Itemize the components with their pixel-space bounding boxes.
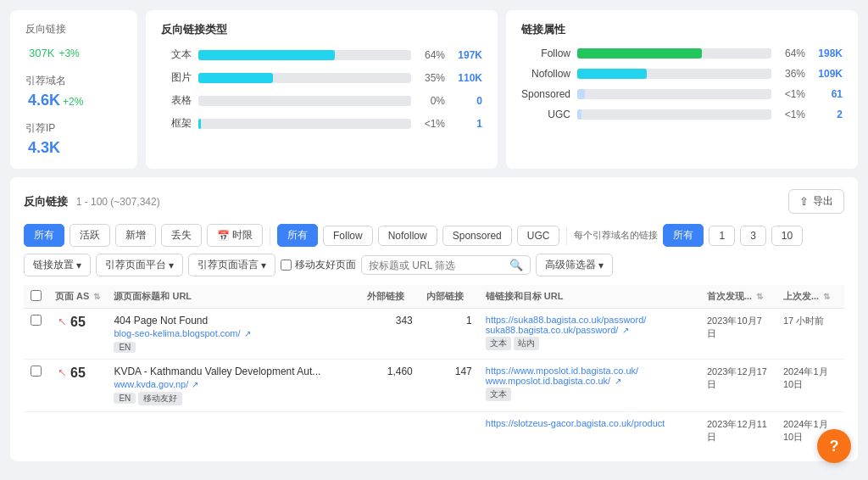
chart-bar-container: [198, 73, 411, 83]
link-attr-row: Nofollow 36% 109K: [521, 68, 843, 80]
per-domain-10[interactable]: 10: [771, 226, 803, 246]
row-first-seen: 2023年12月17日: [700, 360, 776, 412]
chart-pct: 36%: [778, 68, 805, 80]
export-icon: ⇧: [799, 195, 809, 208]
tab-all-2[interactable]: 所有: [277, 224, 318, 247]
tab-time[interactable]: 📅 时限: [207, 224, 263, 247]
link-place-dropdown[interactable]: 链接放置 ▾: [24, 254, 91, 276]
chevron-icon-3: ▾: [261, 260, 266, 271]
per-domain-3[interactable]: 3: [740, 226, 766, 246]
row-score: → 65: [48, 309, 107, 360]
mobile-checkbox-label[interactable]: 移动友好页面: [281, 258, 356, 272]
score-value: 65: [70, 366, 86, 381]
external-link-icon: ↗: [192, 380, 198, 389]
tab-active[interactable]: 活跃: [70, 224, 110, 247]
chart-row-label: 框架: [161, 116, 192, 131]
chart-row-label: Nofollow: [521, 68, 570, 80]
chart-count: 1: [452, 118, 482, 130]
tab-all-1[interactable]: 所有: [24, 224, 64, 247]
page-title: 404 Page Not Found: [114, 315, 353, 327]
link-type-row: 文本 64% 197K: [161, 47, 482, 62]
tab-new[interactable]: 新增: [115, 224, 156, 247]
row-source: 404 Page Not Found blog-seo-kelima.blogs…: [107, 309, 359, 360]
ext-link-icon-2: ↗: [615, 377, 621, 386]
chart-bar-container: [577, 109, 771, 120]
advanced-filter-btn[interactable]: 高级筛选器 ▾: [536, 254, 613, 276]
target-tag: 站内: [514, 337, 539, 350]
chart-bar: [577, 109, 581, 120]
target-url-full[interactable]: https://suka88.bagista.co.uk/password/: [486, 315, 693, 325]
ips-value: 4.3K: [25, 139, 122, 157]
tab-sponsored[interactable]: Sponsored: [442, 226, 512, 246]
chart-bar: [198, 50, 335, 60]
link-attr-row: Sponsored <1% 61: [521, 88, 843, 100]
row-int: 147: [420, 360, 479, 412]
row-first-seen: 2023年10月7日: [700, 309, 776, 360]
search-icon: 🔍: [509, 259, 523, 271]
export-button[interactable]: ⇧ 导出: [788, 189, 844, 214]
link-type-row: 图片 35% 110K: [161, 70, 482, 85]
mobile-checkbox[interactable]: [281, 260, 292, 271]
chart-bar: [577, 89, 585, 99]
row-checkbox[interactable]: [31, 366, 42, 377]
row-tags: EN: [114, 341, 353, 353]
link-attr-row: Follow 64% 198K: [521, 47, 843, 59]
search-input[interactable]: [369, 260, 505, 271]
down-arrow-icon: →: [52, 363, 72, 383]
th-int: 内部链接: [420, 285, 479, 309]
link-attrs-title: 链接属性: [521, 22, 843, 37]
per-domain-all[interactable]: 所有: [663, 224, 704, 247]
domains-value: 4.6K+2%: [25, 92, 122, 109]
row-source: KVDA - Kathmandu Valley Development Aut.…: [107, 360, 359, 412]
page-platform-dropdown[interactable]: 引荐页面平台 ▾: [96, 254, 183, 276]
main-section: 反向链接 1 - 100 (~307,342) ⇧ 导出 所有 活跃 新增 丢失…: [10, 177, 858, 461]
row-tags: EN移动友好: [114, 392, 353, 405]
link-type-row: 表格 0% 0: [161, 93, 482, 108]
tab-ugc[interactable]: UGC: [517, 226, 560, 246]
help-button[interactable]: ?: [817, 429, 851, 463]
page-url[interactable]: www.kvda.gov.np/ ↗: [114, 379, 353, 389]
per-domain-label: 每个引荐域名的链接: [574, 229, 658, 242]
per-domain-1[interactable]: 1: [709, 226, 735, 246]
ips-label: 引荐IP: [25, 121, 122, 136]
table-row: → 65 KVDA - Kathmandu Valley Development…: [24, 360, 844, 412]
sort-icon-first[interactable]: ⇅: [756, 292, 763, 301]
target-url[interactable]: https://slotzeus-gacor.bagista.co.uk/pro…: [486, 418, 693, 428]
th-score: 页面 AS ⇅: [48, 285, 107, 309]
th-ext: 外部链接: [360, 285, 420, 309]
th-target: 锚链接和目标 URL: [479, 285, 700, 309]
chart-count: 2: [812, 109, 843, 120]
tab-follow[interactable]: Follow: [323, 226, 373, 246]
chevron-icon-2: ▾: [169, 260, 174, 271]
row-checkbox[interactable]: [31, 315, 42, 326]
chart-row-label: 图片: [161, 70, 192, 85]
sort-icon-score[interactable]: ⇅: [93, 292, 100, 301]
page-url[interactable]: blog-seo-kelima.blogspot.com/ ↗: [114, 328, 353, 338]
tab-lost[interactable]: 丢失: [161, 224, 202, 247]
page-title: KVDA - Kathmandu Valley Development Aut.…: [114, 366, 353, 377]
chart-row-label: Sponsored: [521, 88, 570, 100]
backlinks-value: 307K+3%: [25, 40, 122, 62]
chart-pct: 64%: [778, 47, 805, 59]
row-target: https://slotzeus-gacor.bagista.co.uk/pro…: [479, 412, 700, 450]
tab-divider: [270, 226, 270, 245]
tab-nofollow[interactable]: Nofollow: [378, 226, 437, 246]
chart-count: 198K: [812, 47, 843, 59]
external-link-icon: ↗: [244, 329, 251, 338]
target-url-short[interactable]: suka88.bagista.co.uk/password/ ↗: [486, 325, 693, 335]
chart-pct: <1%: [418, 118, 445, 130]
chart-row-label: Follow: [521, 47, 570, 59]
stats-card: 反向链接 307K+3% 引荐域名 4.6K+2% 引荐IP 4.3K: [10, 10, 137, 169]
row-url: [107, 412, 359, 450]
chart-count: 197K: [452, 49, 482, 61]
select-all-checkbox[interactable]: [31, 290, 42, 301]
chart-bar-container: [577, 48, 771, 59]
page-lang-dropdown[interactable]: 引荐页面语言 ▾: [188, 254, 275, 276]
table-header-row: 页面 AS ⇅ 源页面标题和 URL 外部链接 内部链接 锚链接和目标 URL …: [24, 285, 844, 309]
target-url-full[interactable]: https://www.mposlot.id.bagista.co.uk/: [486, 366, 693, 376]
target-url-short[interactable]: www.mposlot.id.bagista.co.uk/ ↗: [486, 376, 693, 386]
sort-icon-last[interactable]: ⇅: [823, 292, 830, 301]
backlinks-table: 页面 AS ⇅ 源页面标题和 URL 外部链接 内部链接 锚链接和目标 URL …: [24, 285, 844, 449]
row-checkbox-cell: [24, 412, 48, 450]
section-title: 反向链接 1 - 100 (~307,342): [24, 194, 160, 209]
